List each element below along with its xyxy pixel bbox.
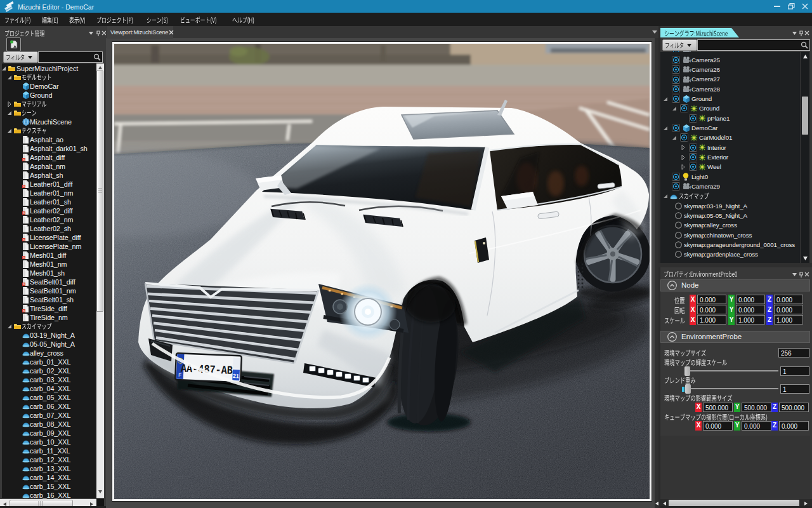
svg-text:s: s: [23, 211, 25, 215]
svg-text:s: s: [23, 237, 25, 241]
svg-text:s: s: [23, 309, 25, 312]
svg-text:s: s: [23, 157, 25, 161]
svg-text:21: 21: [233, 373, 239, 379]
svg-text:s: s: [23, 255, 25, 259]
svg-text:s: s: [23, 184, 25, 188]
svg-text:s: s: [23, 282, 25, 286]
